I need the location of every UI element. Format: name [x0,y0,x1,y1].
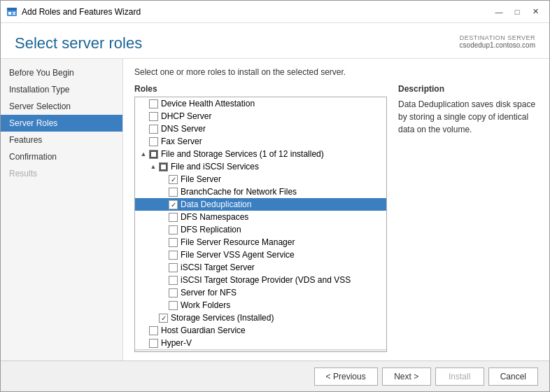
roles-list-inner: Device Health Attestation DHCP Server [135,97,386,349]
scroll-right-arrow[interactable]: ▶ [376,351,385,353]
sidebar-item-results: Results [1,165,122,182]
list-item[interactable]: DHCP Server [135,110,386,122]
collapse-icon[interactable]: ▲ [139,150,148,158]
checkbox-data-dedup[interactable] [169,200,178,209]
checkbox-dns[interactable] [149,125,158,134]
sidebar-item-installation-type[interactable]: Installation Type [1,81,122,98]
window-title: Add Roles and Features Wizard [22,7,141,17]
sidebar-item-confirmation[interactable]: Confirmation [1,148,122,165]
expand-placeholder-icon [139,99,148,108]
checkbox-device-health[interactable] [149,99,158,108]
role-label: Fax Server [161,136,202,146]
checkbox-host-guardian[interactable] [149,326,158,335]
expand-placeholder-icon [159,225,167,234]
horizontal-scrollbar[interactable]: ◀ ▶ [135,349,386,352]
list-item[interactable]: Data Deduplication [135,198,386,211]
checkbox-iscsi-storage-provider[interactable] [169,276,178,285]
list-item[interactable]: BranchCache for Network Files [135,186,386,198]
checkbox-iscsi-target-server[interactable] [169,263,178,272]
checkbox-vss-agent[interactable] [169,251,178,260]
list-item[interactable]: DFS Namespaces [135,211,386,223]
expand-placeholder-icon [159,251,167,259]
role-label: Hyper-V [161,338,192,348]
list-item[interactable]: iSCSI Target Server [135,261,386,274]
checkbox-file-server[interactable] [169,175,178,184]
list-item[interactable]: File Server VSS Agent Service [135,248,386,261]
list-item[interactable]: Server for NFS [135,286,386,299]
list-item[interactable]: DFS Replication [135,223,386,236]
checkbox-fax[interactable] [149,137,158,146]
wizard-window: Add Roles and Features Wizard — □ ✕ Sele… [0,0,550,392]
svg-rect-3 [13,12,15,13]
svg-rect-2 [8,12,11,15]
expand-placeholder-icon [159,276,167,284]
list-item[interactable]: File Server [135,173,386,186]
checkbox-server-nfs[interactable] [169,288,178,298]
checkbox-file-iscsi[interactable] [159,162,168,172]
role-label: Work Folders [181,300,230,310]
expand-placeholder-icon [139,339,148,347]
role-label: Host Guardian Service [161,326,246,335]
role-label: BranchCache for Network Files [181,187,297,197]
list-item[interactable]: Storage Services (Installed) [135,312,386,324]
list-item[interactable]: Work Folders [135,299,386,312]
roles-panel-header: Roles [134,84,387,94]
sidebar-item-before-you-begin[interactable]: Before You Begin [1,64,122,81]
list-item[interactable]: iSCSI Target Storage Provider (VDS and V… [135,274,386,286]
destination-label: DESTINATION SERVER [460,34,535,41]
minimize-button[interactable]: — [491,5,507,19]
role-label: Device Health Attestation [161,99,255,108]
roles-list[interactable]: Device Health Attestation DHCP Server [134,97,387,352]
expand-placeholder-icon [139,137,148,146]
checkbox-branchcache[interactable] [169,188,178,197]
list-item[interactable]: Device Health Attestation [135,97,386,110]
close-button[interactable]: ✕ [527,5,544,19]
expand-placeholder-icon [139,326,148,335]
sidebar-item-server-roles[interactable]: Server Roles [1,115,122,132]
svg-rect-4 [13,13,15,15]
list-item[interactable]: ▲ File and Storage Services (1 of 12 ins… [135,148,386,160]
main-content: Select one or more roles to install on t… [123,59,549,360]
checkbox-file-storage[interactable] [149,150,158,159]
role-label: Server for NFS [181,288,237,298]
checkbox-storage-services[interactable] [159,314,168,323]
role-label: DFS Replication [181,225,241,234]
list-item[interactable]: DNS Server [135,122,386,135]
install-button: Install [435,368,484,386]
role-label: Storage Services (Installed) [171,313,274,323]
next-button[interactable]: Next > [382,368,431,386]
sidebar-item-server-selection[interactable]: Server Selection [1,98,122,115]
maximize-button[interactable]: □ [509,5,526,19]
previous-button[interactable]: < Previous [314,368,378,386]
checkbox-dfs-replication[interactable] [169,225,178,234]
collapse-icon[interactable]: ▲ [149,162,157,171]
expand-placeholder-icon [139,125,148,133]
description-header: Description [398,84,538,94]
scroll-left-arrow[interactable]: ◀ [136,351,146,353]
instruction-text: Select one or more roles to install on t… [134,67,538,77]
cancel-button[interactable]: Cancel [488,368,538,386]
scroll-thumb[interactable] [153,351,237,353]
description-panel: Description Data Deduplication saves dis… [398,84,538,352]
expand-placeholder-icon [159,288,167,297]
expand-placeholder-icon [159,263,167,272]
checkbox-work-folders[interactable] [169,301,178,310]
list-item[interactable]: File Server Resource Manager [135,236,386,248]
checkbox-dhcp[interactable] [149,112,158,121]
expand-placeholder-icon [159,238,167,246]
checkbox-hyper-v[interactable] [149,339,158,348]
role-label: iSCSI Target Storage Provider (VDS and V… [181,275,351,285]
sidebar-item-features[interactable]: Features [1,132,122,148]
checkbox-fsrm[interactable] [169,238,178,247]
expand-placeholder-icon [159,213,167,221]
list-item[interactable]: Fax Server [135,135,386,148]
destination-server-name: csodedup1.contoso.com [460,41,535,49]
checkbox-dfs-namespaces[interactable] [169,213,178,222]
roles-panel: Roles Device Health Attestation [134,84,387,352]
list-item[interactable]: Hyper-V [135,337,386,349]
expand-placeholder-icon [139,112,148,120]
role-label: File and iSCSI Services [171,162,259,172]
role-label: DHCP Server [161,111,211,121]
list-item[interactable]: Host Guardian Service [135,324,386,337]
list-item[interactable]: ▲ File and iSCSI Services [135,160,386,173]
